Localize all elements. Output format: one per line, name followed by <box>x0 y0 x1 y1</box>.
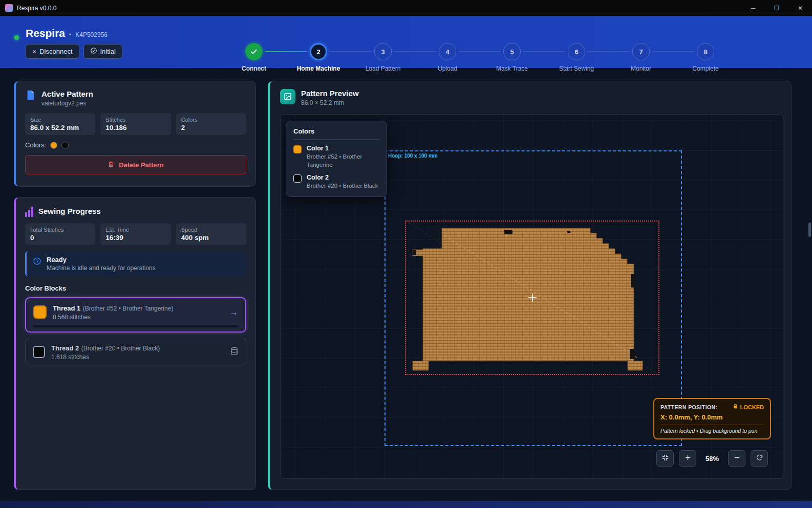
refresh-icon <box>756 454 763 463</box>
step-connect[interactable]: Connect <box>222 43 286 72</box>
step-number: 6 <box>568 43 585 60</box>
fit-view-button[interactable] <box>656 450 674 467</box>
step-start-sewing[interactable]: 6 Start Sewing <box>544 43 609 72</box>
stat-colors: Colors 2 <box>176 113 246 135</box>
step-monitor[interactable]: 7 Monitor <box>609 43 673 72</box>
zoom-controls: 58% <box>656 450 768 467</box>
app-icon <box>5 4 13 12</box>
stat-size: Size 86.0 x 52.2 mm <box>25 113 95 135</box>
window-title: Respira v0.0.0 <box>17 5 56 12</box>
thread1-progress-bar <box>33 325 238 327</box>
status-title: Ready <box>47 256 156 263</box>
minus-icon <box>733 454 741 463</box>
thread-block-2[interactable]: Thread 2 (Brother #20 • Brother Black) 1… <box>25 338 246 365</box>
connection-status-dot <box>14 35 19 40</box>
position-title: PATTERN POSITION: <box>660 404 717 410</box>
app-header: Respira • K4P502956 × Disconnect Initial <box>0 16 812 68</box>
reset-view-button[interactable] <box>751 450 768 467</box>
color-dot-orange <box>50 142 57 149</box>
app-title: Respira <box>26 27 65 39</box>
zoom-out-button[interactable] <box>728 450 745 467</box>
stat-stitches: Stitches 10.186 <box>100 113 170 135</box>
arrow-right-icon: → <box>229 307 238 318</box>
sewing-progress-card: Sewing Progress Total Stitches 0 Est. Ti… <box>14 197 256 490</box>
window-controls: ─ ☐ ✕ <box>741 0 812 16</box>
clock-icon <box>33 257 41 268</box>
fit-icon <box>661 454 669 463</box>
status-description: Machine is idle and ready for operations <box>47 264 156 272</box>
machine-status: Ready Machine is idle and ready for oper… <box>25 251 246 276</box>
thread-block-1[interactable]: Thread 1 (Brother #52 • Brother Tangerin… <box>25 297 246 333</box>
disconnect-button[interactable]: × Disconnect <box>26 44 79 59</box>
x-icon: × <box>32 48 36 56</box>
step-mask-trace[interactable]: 5 Mask Trace <box>480 43 544 72</box>
step-complete[interactable]: 8 Complete <box>673 43 738 72</box>
serial-bullet: • <box>69 31 71 38</box>
step-number: 8 <box>697 43 714 60</box>
active-pattern-card: Active Pattern valetudogv2.pes Size 86.0… <box>14 81 256 187</box>
step-label: Start Sewing <box>559 65 594 72</box>
colors-label: Colors: <box>25 141 46 149</box>
footer-bar <box>0 501 812 508</box>
document-icon <box>25 90 36 103</box>
database-icon <box>230 347 239 358</box>
hoop-label: Hoop: 100 x 100 mm <box>388 153 438 159</box>
divider <box>660 425 764 425</box>
plus-icon <box>684 454 692 463</box>
trash-icon <box>108 161 115 169</box>
minimize-button[interactable]: ─ <box>741 0 765 16</box>
position-coordinates: X: 0.0mm, Y: 0.0mm <box>660 413 764 421</box>
pattern-bounding-box <box>405 220 659 375</box>
lock-icon <box>733 404 738 410</box>
pattern-filename: valetudogv2.pes <box>41 100 93 107</box>
step-home-machine[interactable]: 2 Home Machine <box>286 43 351 72</box>
step-label: Upload <box>438 65 457 72</box>
step-label: Mask Trace <box>496 65 528 72</box>
preview-title: Pattern Preview <box>301 89 359 98</box>
initial-label: Initial <box>100 48 116 55</box>
initial-button[interactable]: Initial <box>83 44 122 59</box>
thread2-swatch <box>33 346 45 358</box>
delete-pattern-button[interactable]: Delete Pattern <box>25 155 246 174</box>
locked-badge: LOCKED <box>733 404 764 410</box>
image-icon <box>280 89 295 104</box>
preview-canvas[interactable]: Colors Color 1 Brother #52 • Brother Tan… <box>280 114 783 479</box>
step-label: Load Pattern <box>366 65 401 72</box>
step-load-pattern[interactable]: 3 Load Pattern <box>351 43 415 72</box>
main-content: Active Pattern valetudogv2.pes Size 86.0… <box>0 68 812 508</box>
color2-swatch <box>293 174 302 183</box>
step-label: Monitor <box>631 65 651 72</box>
zoom-in-button[interactable] <box>679 450 696 467</box>
preview-dimensions: 86.0 × 52.2 mm <box>301 99 359 106</box>
thread1-swatch <box>33 305 47 319</box>
check-icon <box>245 43 263 60</box>
active-pattern-title: Active Pattern <box>41 90 93 98</box>
bar-chart-icon <box>25 207 33 217</box>
left-sidebar: Active Pattern valetudogv2.pes Size 86.0… <box>14 81 256 490</box>
app-window: Respira v0.0.0 ─ ☐ ✕ Respira • K4P502956… <box>0 0 812 508</box>
workflow-stepper: Connect 2 Home Machine 3 Load Pattern 4 … <box>222 43 738 72</box>
step-label: Connect <box>242 65 266 72</box>
vertical-scrollbar[interactable] <box>808 223 811 237</box>
step-label: Complete <box>692 65 718 72</box>
pattern-preview-card: Pattern Preview 86.0 × 52.2 mm Colors Co… <box>268 81 792 490</box>
stat-est-time: Est. Time 16:39 <box>100 223 170 245</box>
color-item-1[interactable]: Color 1 Brother #52 • Brother Tangerine <box>293 145 379 169</box>
stat-total-stitches: Total Stitches 0 <box>25 223 95 245</box>
zoom-level: 58% <box>701 455 723 462</box>
maximize-button[interactable]: ☐ <box>765 0 788 16</box>
close-button[interactable]: ✕ <box>788 0 812 16</box>
colors-panel: Colors Color 1 Brother #52 • Brother Tan… <box>286 121 387 197</box>
color-item-2[interactable]: Color 2 Brother #20 • Brother Black <box>293 174 379 190</box>
machine-serial: K4P502956 <box>75 31 108 38</box>
titlebar: Respira v0.0.0 ─ ☐ ✕ <box>0 0 812 16</box>
colors-panel-title: Colors <box>293 127 379 140</box>
step-number: 4 <box>439 43 456 60</box>
color-blocks-label: Color Blocks <box>25 284 246 292</box>
circle-check-icon <box>90 47 97 56</box>
stat-speed: Speed 400 spm <box>176 223 246 245</box>
step-label: Home Machine <box>297 65 340 72</box>
step-upload[interactable]: 4 Upload <box>415 43 480 72</box>
step-number: 3 <box>374 43 392 60</box>
step-number: 5 <box>503 43 521 60</box>
